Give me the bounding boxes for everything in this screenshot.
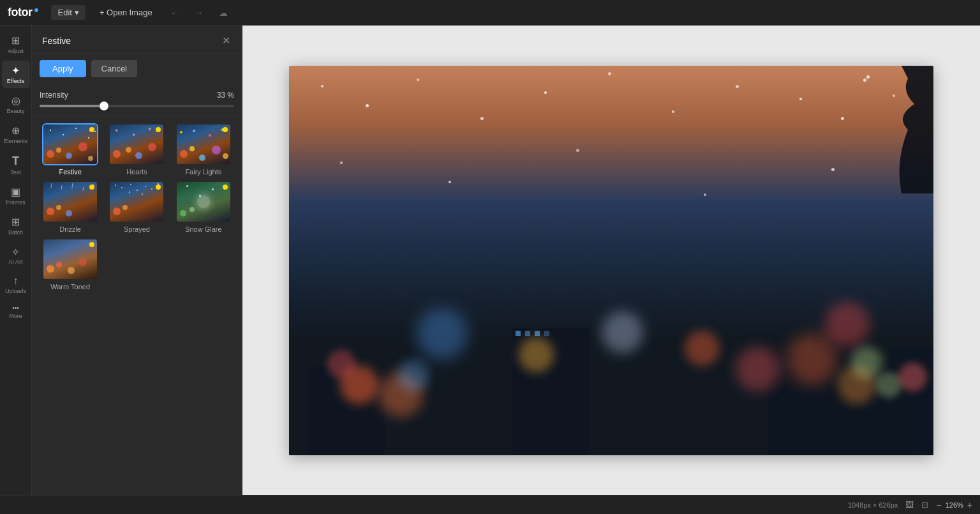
image-icon[interactable]: 🖼 [905,500,914,510]
effects-icon: ✦ [11,64,20,77]
cancel-button[interactable]: Cancel [91,60,137,77]
logo-text: fotor [8,6,32,19]
effects-grid: Festive ♥ ♥ ♥ [40,123,234,291]
sidebar-item-elements[interactable]: ⊕ Elements [2,121,30,148]
intensity-value: 33 % [217,91,234,100]
sidebar-label-effects: Effects [7,78,24,84]
canvas-image-bg [289,66,933,455]
snow-glare-corner-dot [223,185,228,190]
text-icon: T [12,155,19,168]
svg-rect-7 [535,331,540,336]
sidebar-label-elements: Elements [4,138,28,144]
chevron-down-icon: ▾ [75,8,79,17]
panel-title: Festive [42,36,71,46]
effect-name-festive: Festive [59,168,81,176]
image-dimensions: 1048px × 626px [848,501,898,509]
sidebar-item-effects[interactable]: ✦ Effects [2,61,30,88]
effect-name-drizzle: Drizzle [59,225,81,233]
uploads-icon: ↑ [13,275,19,287]
effect-thumb-sprayed [108,181,165,223]
redo-button[interactable]: → [191,5,207,20]
intensity-header: Intensity 33 % [40,91,234,100]
sidebar-label-uploads: Uploads [5,288,26,294]
adjust-icon: ⊞ [11,34,20,47]
redo-icon: → [195,8,204,18]
ai-art-icon: ⟡ [12,246,19,257]
open-image-label: + Open Image [100,8,152,17]
effect-item-sprayed[interactable]: Sprayed [106,181,167,233]
effect-thumb-drizzle [42,181,98,223]
effect-thumb-hearts: ♥ ♥ ♥ [108,123,165,165]
effect-item-drizzle[interactable]: Drizzle [40,181,101,233]
edit-button[interactable]: Edit ▾ [51,5,85,20]
tree-silhouette [806,66,933,193]
elements-icon: ⊕ [11,125,20,137]
sidebar-item-adjust[interactable]: ⊞ Adjust [2,31,30,58]
effect-name-sprayed: Sprayed [124,225,150,233]
effect-name-snow-glare: Snow Glare [185,225,221,233]
effects-panel: Festive ✕ Apply Cancel Intensity 33 % [32,26,242,495]
undo-icon: ← [170,8,179,18]
svg-rect-8 [544,331,549,336]
cloud-icon: ☁ [219,8,228,18]
more-icon: ••• [12,305,19,312]
zoom-out-button[interactable]: − [936,500,941,510]
sidebar-label-batch: Batch [8,229,23,236]
effect-item-festive[interactable]: Festive [40,123,101,176]
intensity-slider[interactable] [40,105,234,107]
svg-rect-5 [516,331,521,336]
batch-icon: ⊞ [11,216,20,228]
sidebar-label-frames: Frames [6,199,26,206]
sidebar-label-adjust: Adjust [8,48,24,54]
logo: fotor [8,6,38,19]
effect-item-fairy-lights[interactable]: Fairy Lights [173,123,234,176]
edit-label: Edit [57,8,71,17]
effect-name-hearts: Hearts [126,168,147,176]
sidebar-item-frames[interactable]: ▣ Frames [2,182,30,209]
effect-thumb-snow-glare [175,181,232,223]
close-panel-button[interactable]: ✕ [221,34,232,47]
open-image-button[interactable]: + Open Image [93,5,159,20]
apply-button[interactable]: Apply [40,60,86,77]
sidebar-item-text[interactable]: T Text [2,151,30,179]
sidebar-label-more: More [9,313,22,319]
panel-header: Festive ✕ [32,26,242,54]
logo-dot [34,8,38,12]
frames-icon: ▣ [11,186,20,198]
sidebar-item-uploads[interactable]: ↑ Uploads [2,271,30,298]
zoom-in-button[interactable]: + [967,500,972,510]
zoom-level: 126% [946,501,963,509]
left-sidebar: ⊞ Adjust ✦ Effects ◎ Beauty ⊕ Elements T… [0,26,32,495]
effect-thumb-warm-toned [42,238,98,280]
sidebar-item-beauty[interactable]: ◎ Beauty [2,91,30,118]
effect-item-snow-glare[interactable]: Snow Glare [173,181,234,233]
effect-name-warm-toned: Warm Toned [50,283,90,291]
effect-name-fairy-lights: Fairy Lights [185,168,221,176]
effect-item-hearts[interactable]: ♥ ♥ ♥ Hearts [106,123,167,176]
beauty-icon: ◎ [11,94,20,107]
effects-content: Festive ♥ ♥ ♥ [32,116,242,495]
sidebar-label-ai-art: AI Art [8,259,22,265]
close-icon: ✕ [222,35,230,46]
intensity-section: Intensity 33 % [32,84,242,116]
effect-thumb-fairy-lights [175,123,232,165]
header: fotor Edit ▾ + Open Image ← → ☁ [0,0,980,26]
svg-rect-6 [525,331,530,336]
intensity-label: Intensity [40,91,68,100]
action-buttons: Apply Cancel [32,54,242,84]
sidebar-item-ai-art[interactable]: ⟡ AI Art [2,242,30,269]
sidebar-label-beauty: Beauty [6,108,24,114]
cloud-button[interactable]: ☁ [215,5,232,20]
undo-button[interactable]: ← [167,5,183,20]
canvas-area [242,26,980,495]
sidebar-label-text: Text [10,169,21,176]
expand-icon[interactable]: ⊡ [921,500,928,510]
effect-item-warm-toned[interactable]: Warm Toned [40,238,101,291]
main-layout: ⊞ Adjust ✦ Effects ◎ Beauty ⊕ Elements T… [0,26,980,495]
canvas-image [289,66,933,455]
sidebar-item-batch[interactable]: ⊞ Batch [2,212,30,239]
status-bar: 1048px × 626px 🖼 ⊡ − 126% + [0,495,980,514]
fairy-lights-corner-dot [223,127,228,132]
effect-thumb-festive [42,123,98,165]
sidebar-item-more[interactable]: ••• More [2,301,30,323]
